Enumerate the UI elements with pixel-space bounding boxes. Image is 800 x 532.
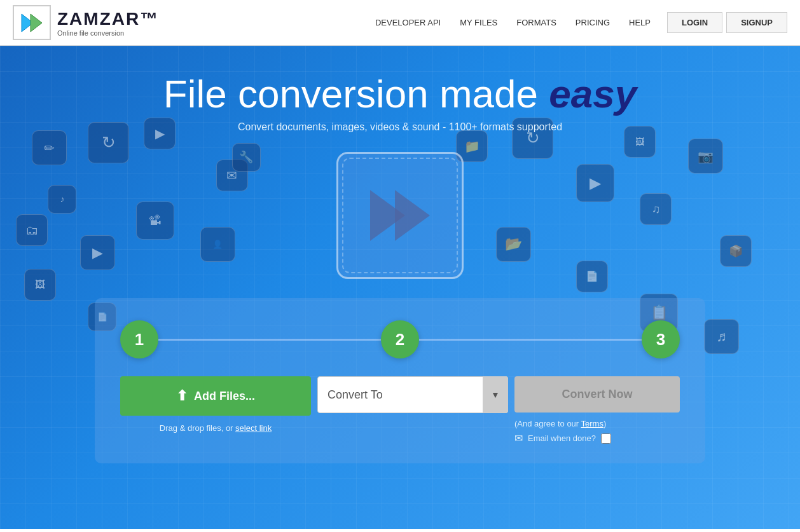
- convert-to-select-wrapper: Convert To PDF MP3 MP4 JPG PNG DOC DOCX …: [317, 376, 508, 413]
- nav-links: DEVELOPER API MY FILES FORMATS PRICING H…: [375, 18, 651, 27]
- nav-link-developer-api[interactable]: DEVELOPER API: [375, 18, 441, 27]
- float-icon-music3: ♬: [704, 319, 739, 354]
- nav-link-formats[interactable]: FORMATS: [516, 18, 556, 27]
- float-icon-email1: ✉: [216, 160, 248, 191]
- logo-icon: [13, 5, 51, 40]
- float-icon-img1: 🖼: [24, 269, 56, 301]
- terms-link[interactable]: Terms: [581, 419, 603, 428]
- play-arrows: [375, 195, 425, 236]
- float-icon-wrench: 🔧: [232, 143, 261, 172]
- float-icon-pencil: ✏: [32, 130, 67, 165]
- login-button[interactable]: LOGIN: [667, 12, 722, 33]
- upload-icon: ⬆: [176, 388, 188, 404]
- drag-drop-text: Drag & drop files, or select link: [160, 423, 272, 433]
- add-files-group: ⬆ Add Files... Drag & drop files, or sel…: [120, 376, 311, 433]
- terms-text: (And agree to our Terms): [514, 419, 680, 428]
- nav-link-pricing[interactable]: PRICING: [576, 18, 610, 27]
- hero-title-main: File conversion made: [163, 72, 549, 116]
- hero-title: File conversion made easy: [163, 71, 637, 116]
- navbar: ZAMZAR™ Online file conversion DEVELOPER…: [0, 0, 800, 46]
- float-icon-img2: 🖼: [624, 126, 656, 158]
- float-icon-movie1: ▶: [80, 235, 115, 270]
- terms-prefix: (And agree to our: [514, 419, 581, 428]
- step-1-circle: 1: [120, 320, 158, 358]
- add-files-button[interactable]: ⬆ Add Files...: [120, 376, 311, 416]
- float-icon-doc2: 📄: [576, 261, 608, 292]
- float-icon-person1: 👤: [200, 227, 235, 262]
- float-icon-video1: 📽: [136, 201, 174, 240]
- convert-now-button[interactable]: Convert Now: [514, 376, 680, 413]
- convert-to-group: Convert To PDF MP3 MP4 JPG PNG DOC DOCX …: [317, 376, 508, 413]
- email-row: ✉ Email when done?: [514, 432, 680, 444]
- conversion-panel: 1 2 3 ⬆ Add Files... Drag & drop files, …: [95, 298, 705, 463]
- convert-now-group: Convert Now (And agree to our Terms) ✉ E…: [514, 376, 680, 444]
- hero-icon-box: [336, 152, 464, 279]
- drag-text-main: Drag & drop files, or: [160, 423, 235, 433]
- float-icon-play2: ▶: [576, 164, 614, 202]
- step-3-circle: 3: [642, 320, 680, 358]
- email-checkbox[interactable]: [601, 433, 611, 444]
- float-icon-box: 📦: [720, 235, 752, 267]
- signup-button[interactable]: SIGNUP: [726, 12, 787, 33]
- hero-section: ✏ ↻ ▶ ✉ ♪ 🗂 ▶ 🖼 📄 📽 🔧 👤 📁 ↻ ▶ ♫ 📷 🖼 📂 📄 …: [0, 46, 800, 529]
- float-icon-folder1: 🗂: [16, 214, 48, 246]
- select-link[interactable]: select link: [235, 423, 272, 433]
- steps-row: 1 2 3: [120, 320, 680, 358]
- controls-row: ⬆ Add Files... Drag & drop files, or sel…: [120, 376, 680, 444]
- step-line-2: [419, 339, 642, 341]
- svg-marker-1: [31, 14, 42, 32]
- logo-area: ZAMZAR™ Online file conversion: [13, 5, 159, 40]
- hero-subtitle: Convert documents, images, videos & soun…: [238, 121, 562, 133]
- float-icon-refresh1: ↻: [88, 122, 129, 163]
- arrow-shape-1: [370, 190, 405, 241]
- nav-link-help[interactable]: HELP: [629, 18, 651, 27]
- convert-to-select[interactable]: Convert To PDF MP3 MP4 JPG PNG DOC DOCX: [317, 376, 508, 413]
- nav-link-my-files[interactable]: MY FILES: [460, 18, 497, 27]
- email-icon: ✉: [514, 432, 523, 444]
- logo-name: ZAMZAR™: [57, 9, 159, 29]
- step-2-circle: 2: [381, 320, 419, 358]
- add-files-label: Add Files...: [194, 390, 255, 403]
- float-icon-camera: 📷: [688, 139, 723, 174]
- float-icon-music1: ♪: [48, 185, 76, 214]
- step-line-1: [158, 339, 381, 341]
- hero-title-bold: easy: [549, 72, 637, 116]
- hero-icon-container: [336, 152, 464, 279]
- logo-tagline: Online file conversion: [57, 29, 159, 37]
- arrow-shape-2: [395, 190, 430, 241]
- float-icon-music2: ♫: [640, 193, 672, 225]
- float-icon-doc1: ▶: [144, 118, 176, 149]
- logo-text: ZAMZAR™ Online file conversion: [57, 9, 159, 37]
- float-icon-folder3: 📂: [496, 227, 531, 262]
- email-when-done-label: Email when done?: [528, 433, 596, 443]
- terms-suffix: ): [603, 419, 606, 428]
